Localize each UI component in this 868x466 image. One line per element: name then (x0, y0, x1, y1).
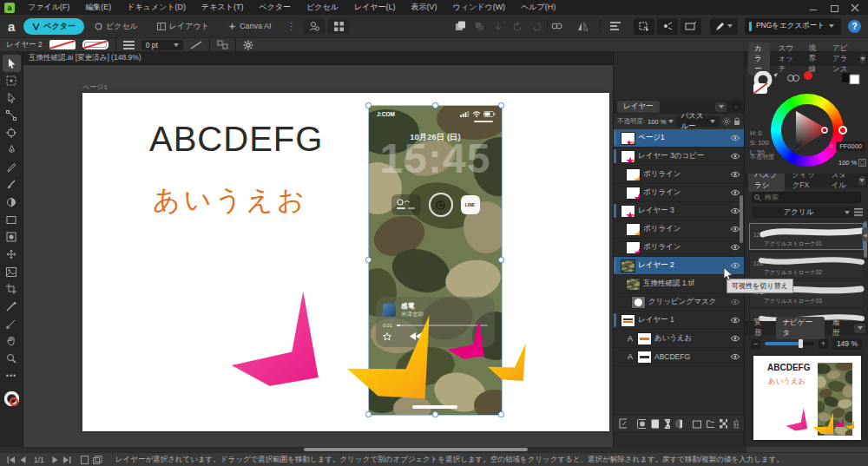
brush-item[interactable]: 128 アクリルストローク02 (749, 252, 864, 279)
node-tool[interactable] (3, 89, 21, 107)
tab-appearance[interactable]: アピアランス (826, 43, 858, 75)
menu-document[interactable]: ドキュメント(D) (119, 0, 194, 15)
layer-row-polyline[interactable]: ポリライン (614, 184, 744, 202)
small-orange-star[interactable] (444, 296, 529, 381)
layer-row-group[interactable]: レイヤー 3のコピー (614, 148, 744, 166)
add-group-icon[interactable] (707, 419, 714, 428)
fill-swatch[interactable] (49, 40, 76, 49)
panel-close-icon[interactable]: ◦ (731, 102, 741, 112)
stroke-swatch[interactable] (82, 40, 108, 49)
zoom-out-button[interactable]: − (751, 339, 760, 349)
menu-edit[interactable]: 編集(E) (77, 0, 119, 15)
artboard-tool[interactable] (3, 72, 21, 89)
move-tool[interactable] (3, 55, 21, 72)
tab-layers[interactable]: レイヤー (617, 101, 660, 113)
next-page-icon[interactable] (52, 456, 58, 463)
crop-tool[interactable] (3, 280, 21, 298)
visibility-eye-icon[interactable] (729, 353, 741, 360)
blend-mode-dropdown[interactable]: パススルー (676, 116, 720, 127)
selection-handle[interactable] (498, 257, 504, 263)
persona-tab-vector[interactable]: ベクター (23, 18, 84, 35)
group-icon[interactable] (548, 18, 567, 34)
checkerboard-icon[interactable] (720, 419, 727, 429)
paste-style-icon[interactable] (451, 18, 470, 34)
edit-all-layers-icon[interactable] (619, 418, 627, 429)
selection-handle[interactable] (432, 411, 438, 417)
navigator-preview[interactable]: ABCDEFG あいうえお (753, 356, 861, 440)
more-tools-button[interactable]: ••• (3, 367, 21, 384)
selection-handle[interactable] (498, 102, 504, 108)
hue-marker[interactable] (838, 126, 847, 135)
effects-icon[interactable] (664, 419, 670, 429)
restore-icon[interactable] (830, 3, 838, 12)
edit-mode-button[interactable] (710, 18, 738, 35)
close-icon[interactable] (851, 3, 859, 12)
sl-triangle[interactable] (781, 104, 833, 156)
mask-layer-icon[interactable] (637, 419, 645, 429)
rotate-cw-icon[interactable] (528, 18, 547, 34)
gradient-tool[interactable] (3, 298, 21, 315)
pen-tool[interactable] (3, 141, 21, 159)
zoom-tool[interactable] (3, 350, 21, 367)
rotate-ccw-icon[interactable] (509, 18, 528, 34)
minimize-icon[interactable] (809, 3, 818, 12)
menu-help[interactable]: ヘルプ(H) (513, 0, 563, 15)
layer-row-polyline[interactable]: ポリライン (614, 166, 744, 184)
add-page-icon[interactable] (81, 456, 89, 464)
order-forward-icon[interactable] (470, 18, 490, 34)
transparency-tool[interactable] (3, 315, 21, 332)
panel-collapse-handle[interactable]: ◀ (862, 227, 868, 241)
layer-row-text[interactable]: A あいうえお (614, 330, 744, 348)
panel-chevron-icon[interactable] (715, 102, 727, 112)
shape-tool[interactable] (3, 228, 21, 246)
tab-history[interactable]: 履歴 (826, 317, 852, 339)
selection-handle[interactable] (365, 257, 372, 263)
selection-handle[interactable] (365, 102, 372, 108)
menu-file[interactable]: ファイル(F) (20, 0, 77, 15)
layer-row-group[interactable]: レイヤー 3 (614, 202, 744, 220)
brush-category-dropdown[interactable]: アクリル (752, 207, 854, 218)
hex-value-field[interactable]: FF0000 (836, 141, 865, 151)
fill-tool[interactable] (3, 194, 21, 211)
selection-handle[interactable] (432, 102, 438, 108)
persona-tab-pixel[interactable]: ピクセル (86, 18, 147, 35)
menu-view[interactable]: 表示(V) (404, 0, 445, 15)
artwork-heading-text[interactable]: ABCDEFG (149, 120, 323, 159)
brush-list-menu-icon[interactable] (854, 208, 863, 216)
visibility-eye-icon[interactable] (729, 153, 741, 160)
tab-path-brushes[interactable]: パスブラシ (748, 174, 785, 192)
first-page-icon[interactable] (7, 456, 16, 463)
corner-options-icon[interactable] (217, 40, 228, 49)
transform-tool[interactable] (3, 246, 21, 263)
export-button[interactable]: PNGをエクスポート (745, 18, 841, 35)
opacity-stepper-icon[interactable] (858, 159, 866, 167)
brush-item[interactable]: 128 アクリルストローク01 (749, 223, 864, 250)
fill-stroke-selector[interactable] (752, 71, 781, 97)
duplicate-page-icon[interactable] (93, 456, 102, 464)
view-tool[interactable] (3, 332, 21, 350)
order-back-icon[interactable] (490, 18, 509, 34)
help-button[interactable]: ? (848, 20, 861, 33)
flip-icon[interactable] (574, 18, 593, 34)
zoom-value-field[interactable]: 149 % (832, 338, 862, 350)
layer-row-clipping-mask[interactable]: クリッピングマスク (614, 293, 744, 312)
persona-tab-layout[interactable]: レイアウト (148, 18, 218, 35)
app-icon[interactable]: a (4, 3, 15, 13)
tab-styles[interactable]: スタイル (825, 174, 857, 192)
panel-chevron-icon[interactable] (860, 55, 865, 64)
panel-chevron-icon[interactable] (854, 324, 865, 333)
point-transform-tool[interactable] (3, 124, 21, 141)
color-selector-well[interactable] (3, 390, 21, 407)
snapping-toggle[interactable] (634, 18, 654, 35)
visibility-eye-icon[interactable] (729, 244, 741, 251)
persona-tab-canva-ai[interactable]: Canva AI (220, 18, 280, 35)
pencil-tool[interactable] (3, 159, 21, 176)
cycle-selection-toggle[interactable] (681, 18, 701, 35)
vector-brush-tool[interactable] (3, 176, 21, 194)
delete-layer-icon[interactable] (733, 419, 739, 429)
grid-apps-button[interactable] (328, 18, 349, 34)
layers-gear-icon[interactable] (722, 117, 731, 126)
visibility-eye-icon[interactable] (729, 299, 741, 305)
visibility-eye-icon[interactable] (729, 317, 741, 324)
place-image-tool[interactable] (3, 263, 21, 280)
